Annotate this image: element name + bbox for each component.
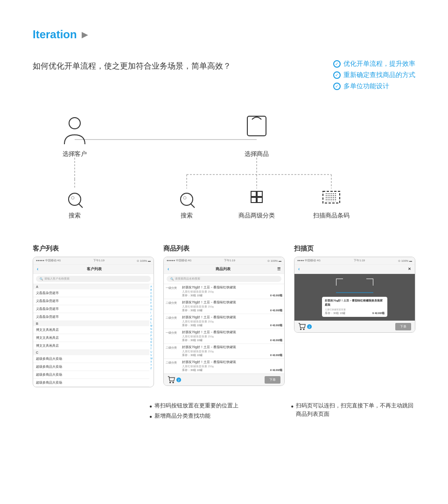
section-header-c: C [33, 350, 149, 355]
product-item[interactable]: 一级分类 好朋友70g好！土豆－番茄味红铁罐装 儿童红铁罐装套装量 250g 库… [164, 284, 284, 299]
time: 下午1:19 [224, 259, 235, 263]
product-item[interactable]: 二级分类 好朋友70g好！土豆－番茄味红铁罐装 儿童红铁罐装套装量 250g 库… [164, 359, 284, 374]
product-list-column: 商品列表 ●●●●● 中国移动 4G 下午1:19 ⊙ 100% ▬ ‹ 商品列… [163, 245, 285, 387]
svg-point-12 [69, 193, 81, 205]
cart-area[interactable]: 2 [298, 323, 312, 330]
stock: 库存：30箱 10罐 [182, 339, 203, 342]
category-primary: 一级分类 [166, 286, 182, 297]
cart-area[interactable]: 2 [168, 376, 181, 384]
price: ¥ 42.00/箱 [270, 354, 282, 357]
stock: 库存：30箱 10罐 [182, 294, 203, 297]
svg-point-34 [172, 382, 174, 383]
note-text: 新增商品分类查找功能 [154, 412, 210, 420]
highlight-item-1: 重新确定查找商品的方式 [333, 71, 415, 79]
cart-bar: 2 下单 [294, 321, 415, 332]
price: ¥ 42.00/箱 [270, 369, 282, 372]
search-bar[interactable]: 🔍 请输入客户名称搜索 [33, 274, 154, 284]
check-icon [333, 60, 341, 68]
search-icon: 🔍 [170, 277, 174, 280]
svg-rect-3 [247, 116, 266, 136]
list-item[interactable]: 义磊磊杂货超市 [33, 313, 149, 321]
price: ¥ 42.00/箱 [270, 339, 282, 342]
list-item[interactable]: 博文文具画具店 [33, 334, 149, 342]
svg-text:扫描商品条码: 扫描商品条码 [313, 212, 350, 219]
highlight-text: 优化开单流程，提升效率 [343, 60, 415, 68]
cart-count: 2 [307, 324, 312, 329]
svg-line-17 [191, 204, 195, 208]
back-icon[interactable]: ‹ [168, 266, 169, 272]
category-secondary: 二级分类 [166, 345, 182, 357]
svg-point-37 [303, 329, 304, 330]
svg-text:搜索: 搜索 [69, 212, 81, 219]
product-item[interactable]: 二级分类 好朋友70g好！土豆－番茄味红铁罐装 儿童红铁罐装套装量 250g 库… [164, 299, 284, 314]
cart-count: 2 [176, 378, 181, 382]
customer-list-column: 客户列表 ●●●●● 中国移动 4G 下午1:19 ⊙ 100% ▬ ‹ 客户列… [33, 245, 154, 387]
search-input[interactable]: 🔍 请输入客户名称搜索 [36, 276, 151, 282]
highlight-item-0: 优化开单流程，提升效率 [333, 60, 415, 68]
product-item[interactable]: 二级分类 好朋友70g好！土豆－番茄味红铁罐装 儿童红铁罐装套装量 250g 库… [164, 314, 284, 329]
category-secondary: 二级分类 [166, 360, 182, 372]
product-sub: 儿童红铁罐装套装量 250g [182, 350, 282, 353]
back-icon[interactable]: ‹ [37, 266, 38, 272]
check-icon [333, 83, 341, 90]
product-name: 好朋友70g好！土豆－番茄味红铁罐装 [182, 330, 282, 335]
note-item: ● 新增商品分类查找功能 [149, 412, 281, 420]
scan-product-sub: 儿童红铁罐装套装量 [325, 308, 385, 311]
category-primary: 一级分类 [166, 330, 182, 342]
list-item[interactable]: 义磊磊杂货超市 [33, 297, 149, 305]
status-bar: ●●●●● 中国移动 4G 下午1:19 ⊙ 100% ▬ [164, 257, 284, 265]
time: 下午1:19 [93, 259, 105, 263]
list-item[interactable]: 超级多商品大卖场 [33, 379, 149, 387]
battery: ⊙ 100% ▬ [398, 259, 412, 262]
cart-bar: 2 下单 [164, 374, 284, 385]
scan-title: 扫描页 [294, 245, 415, 253]
svg-text:商品两级分类: 商品两级分类 [238, 212, 275, 219]
product-meta: 库存：30箱 10罐 ¥ 42.00/箱 [182, 324, 282, 327]
note-item: ● 扫码页可以连扫，扫完直接下单，不再主动跳回商品列表页面 [291, 401, 415, 418]
product-name: 好朋友70g好！土豆－番茄味红铁罐装 [182, 345, 282, 350]
status-bar: ●●●● 中国移动 4G 下午1:19 ⊙ 100% ▬ [294, 257, 415, 265]
back-icon[interactable]: ‹ [298, 266, 300, 272]
header-section: Iteration ▶ [33, 28, 415, 41]
close-icon[interactable]: ✕ [408, 267, 411, 271]
highlight-text: 多单位功能设计 [343, 82, 389, 91]
product-list-title: 商品列表 [163, 245, 285, 253]
category-secondary: 二级分类 [166, 315, 182, 327]
list-item[interactable]: 超级多商品大卖场 [33, 363, 149, 371]
product-sub: 儿童红铁罐装套装量 250g [182, 305, 282, 308]
product-name: 好朋友70g好！土豆－番茄味红铁罐装 [182, 360, 282, 364]
page-container: Iteration ▶ 如何优化开单流程，使之更加符合业务场景，简单高效？ 优化… [0, 0, 448, 441]
carrier: ●●●●● 中国移动 4G [167, 259, 191, 263]
scan-camera-area: 好朋友70g好！土豆－番茄味红铁罐装效圣装家庭装 儿童红铁罐装套装量 库存：30… [294, 274, 415, 321]
price: ¥ 42.00/箱 [270, 324, 282, 327]
product-item[interactable]: 二级分类 好朋友70g好！土豆－番茄味红铁罐装 儿童红铁罐装套装量 250g 库… [164, 344, 284, 359]
scan-product-name: 好朋友70g好！土豆－番茄味红铁罐装效圣装家庭装 [325, 299, 385, 307]
product-name: 好朋友70g好！土豆－番茄味红铁罐装 [182, 301, 282, 305]
list-item[interactable]: 博文文具画具店 [33, 342, 149, 350]
list-item[interactable]: 博文文具画具店 [33, 326, 149, 334]
time: 下午1:19 [354, 259, 365, 263]
svg-point-33 [169, 382, 171, 383]
battery: ⊙ 100% ▬ [267, 259, 281, 262]
product-meta: 库存：30箱 10罐 ¥ 42.00/箱 [182, 369, 282, 372]
order-button[interactable]: 下单 [395, 323, 411, 330]
highlight-item-2: 多单位功能设计 [333, 82, 415, 91]
search-icon: 🔍 [40, 277, 43, 280]
bullet-icon: ● [149, 403, 152, 410]
search-bar[interactable]: 🔍 请搜索商品名称搜索 [164, 274, 284, 284]
list-item[interactable]: 义磊磊杂货超市 [33, 305, 149, 313]
bullet-icon: ● [149, 413, 152, 420]
battery: ⊙ 100% ▬ [137, 259, 151, 262]
search-input[interactable]: 🔍 请搜索商品名称搜索 [167, 276, 281, 282]
product-item[interactable]: 一级分类 好朋友70g好！土豆－番茄味红铁罐装 儿童红铁罐装套装量 250g 库… [164, 329, 284, 344]
svg-rect-22 [251, 197, 256, 203]
nav-title: 客户列表 [87, 266, 102, 272]
alphabet-sidebar[interactable]: ABCDE FGHIJ KLMNO PQRST UVWXY Z [149, 284, 154, 387]
list-item[interactable]: 超级多商品大卖场 [33, 371, 149, 379]
scan-price: ¥ 42.00/箱 [372, 312, 385, 315]
list-item[interactable]: 超级多商品大卖场 [33, 355, 149, 363]
order-button[interactable]: 下单 [265, 376, 280, 384]
product-name: 好朋友70g好！土豆－番茄味红铁罐装 [182, 286, 282, 290]
product-sub: 儿童红铁罐装套装量 250g [182, 290, 282, 294]
list-item[interactable]: 义磊磊杂货超市 [33, 289, 149, 297]
